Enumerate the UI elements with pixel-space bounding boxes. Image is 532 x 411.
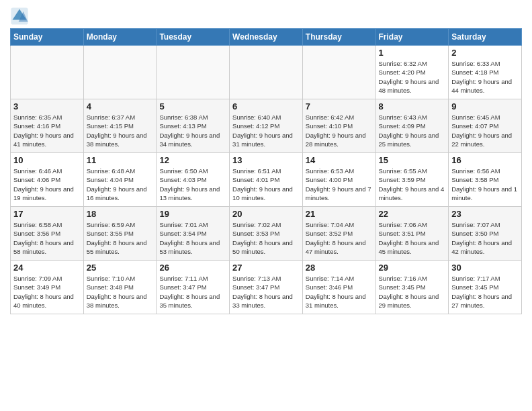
- calendar-cell: 14Sunrise: 6:53 AM Sunset: 4:00 PM Dayli…: [302, 153, 375, 207]
- day-info: Sunrise: 6:43 AM Sunset: 4:09 PM Dayligh…: [379, 113, 446, 148]
- day-number: 8: [379, 101, 446, 111]
- calendar-header-row: SundayMondayTuesdayWednesdayThursdayFrid…: [11, 29, 522, 46]
- calendar-cell: 25Sunrise: 7:10 AM Sunset: 3:48 PM Dayli…: [83, 261, 157, 314]
- calendar-cell: 15Sunrise: 6:55 AM Sunset: 3:59 PM Dayli…: [375, 153, 449, 207]
- calendar-cell: 1Sunrise: 6:32 AM Sunset: 4:20 PM Daylig…: [375, 46, 449, 99]
- calendar-cell: 7Sunrise: 6:42 AM Sunset: 4:10 PM Daylig…: [302, 99, 375, 153]
- day-info: Sunrise: 7:02 AM Sunset: 3:53 PM Dayligh…: [232, 220, 300, 256]
- calendar-cell: 12Sunrise: 6:50 AM Sunset: 4:03 PM Dayli…: [157, 153, 230, 207]
- day-info: Sunrise: 7:10 AM Sunset: 3:48 PM Dayligh…: [87, 274, 154, 310]
- day-info: Sunrise: 6:58 AM Sunset: 3:56 PM Dayligh…: [13, 220, 81, 256]
- day-number: 14: [306, 155, 373, 165]
- day-number: 22: [379, 209, 446, 219]
- day-info: Sunrise: 6:35 AM Sunset: 4:16 PM Dayligh…: [13, 113, 81, 148]
- col-header-saturday: Saturday: [449, 29, 522, 46]
- calendar-cell: 30Sunrise: 7:17 AM Sunset: 3:45 PM Dayli…: [449, 261, 522, 314]
- day-number: 3: [13, 101, 81, 111]
- calendar-cell: 16Sunrise: 6:56 AM Sunset: 3:58 PM Dayli…: [449, 153, 522, 207]
- calendar-cell: 8Sunrise: 6:43 AM Sunset: 4:09 PM Daylig…: [375, 99, 449, 153]
- calendar-week-1: 1Sunrise: 6:32 AM Sunset: 4:20 PM Daylig…: [11, 46, 522, 99]
- day-info: Sunrise: 7:17 AM Sunset: 3:45 PM Dayligh…: [451, 274, 519, 310]
- calendar-cell: 19Sunrise: 7:01 AM Sunset: 3:54 PM Dayli…: [157, 207, 230, 261]
- calendar-table: SundayMondayTuesdayWednesdayThursdayFrid…: [10, 28, 522, 314]
- day-info: Sunrise: 6:56 AM Sunset: 3:58 PM Dayligh…: [451, 167, 519, 202]
- calendar-cell: 2Sunrise: 6:33 AM Sunset: 4:18 PM Daylig…: [449, 46, 522, 99]
- day-info: Sunrise: 7:16 AM Sunset: 3:45 PM Dayligh…: [379, 274, 446, 310]
- col-header-wednesday: Wednesday: [230, 29, 303, 46]
- day-number: 20: [232, 209, 300, 219]
- calendar-cell: [157, 46, 230, 99]
- day-info: Sunrise: 6:51 AM Sunset: 4:01 PM Dayligh…: [232, 167, 300, 202]
- day-info: Sunrise: 6:33 AM Sunset: 4:18 PM Dayligh…: [451, 59, 519, 95]
- day-info: Sunrise: 7:01 AM Sunset: 3:54 PM Dayligh…: [159, 220, 226, 256]
- calendar-cell: [83, 46, 157, 99]
- calendar-week-2: 3Sunrise: 6:35 AM Sunset: 4:16 PM Daylig…: [11, 99, 522, 153]
- day-info: Sunrise: 6:40 AM Sunset: 4:12 PM Dayligh…: [232, 113, 300, 148]
- day-number: 12: [159, 155, 226, 165]
- calendar-cell: 23Sunrise: 7:07 AM Sunset: 3:50 PM Dayli…: [449, 207, 522, 261]
- day-number: 13: [232, 155, 300, 165]
- calendar-week-4: 17Sunrise: 6:58 AM Sunset: 3:56 PM Dayli…: [11, 207, 522, 261]
- day-info: Sunrise: 6:59 AM Sunset: 3:55 PM Dayligh…: [87, 220, 154, 256]
- header: [10, 7, 522, 26]
- calendar-cell: 20Sunrise: 7:02 AM Sunset: 3:53 PM Dayli…: [230, 207, 303, 261]
- col-header-friday: Friday: [375, 29, 449, 46]
- calendar-cell: 13Sunrise: 6:51 AM Sunset: 4:01 PM Dayli…: [230, 153, 303, 207]
- calendar-cell: 29Sunrise: 7:16 AM Sunset: 3:45 PM Dayli…: [375, 261, 449, 314]
- calendar-cell: 6Sunrise: 6:40 AM Sunset: 4:12 PM Daylig…: [230, 99, 303, 153]
- day-number: 19: [159, 209, 226, 219]
- day-number: 17: [13, 209, 81, 219]
- calendar-cell: 22Sunrise: 7:06 AM Sunset: 3:51 PM Dayli…: [375, 207, 449, 261]
- day-info: Sunrise: 7:13 AM Sunset: 3:47 PM Dayligh…: [232, 274, 300, 310]
- day-info: Sunrise: 6:48 AM Sunset: 4:04 PM Dayligh…: [87, 167, 154, 202]
- calendar-cell: 4Sunrise: 6:37 AM Sunset: 4:15 PM Daylig…: [83, 99, 157, 153]
- day-number: 1: [379, 48, 446, 58]
- day-info: Sunrise: 6:45 AM Sunset: 4:07 PM Dayligh…: [451, 113, 519, 148]
- calendar-cell: [230, 46, 303, 99]
- day-number: 5: [159, 101, 226, 111]
- day-info: Sunrise: 6:46 AM Sunset: 4:06 PM Dayligh…: [13, 167, 81, 202]
- day-info: Sunrise: 6:50 AM Sunset: 4:03 PM Dayligh…: [159, 167, 226, 202]
- calendar-cell: 3Sunrise: 6:35 AM Sunset: 4:16 PM Daylig…: [11, 99, 84, 153]
- calendar-cell: 26Sunrise: 7:11 AM Sunset: 3:47 PM Dayli…: [157, 261, 230, 314]
- day-number: 30: [451, 263, 519, 273]
- day-info: Sunrise: 7:14 AM Sunset: 3:46 PM Dayligh…: [306, 274, 373, 310]
- day-number: 23: [451, 209, 519, 219]
- calendar-cell: [302, 46, 375, 99]
- calendar-cell: 24Sunrise: 7:09 AM Sunset: 3:49 PM Dayli…: [11, 261, 84, 314]
- day-info: Sunrise: 6:42 AM Sunset: 4:10 PM Dayligh…: [306, 113, 373, 148]
- logo-icon: [10, 7, 29, 26]
- calendar-cell: 27Sunrise: 7:13 AM Sunset: 3:47 PM Dayli…: [230, 261, 303, 314]
- calendar-cell: 9Sunrise: 6:45 AM Sunset: 4:07 PM Daylig…: [449, 99, 522, 153]
- calendar-week-5: 24Sunrise: 7:09 AM Sunset: 3:49 PM Dayli…: [11, 261, 522, 314]
- col-header-sunday: Sunday: [11, 29, 84, 46]
- day-number: 2: [451, 48, 519, 58]
- day-info: Sunrise: 7:09 AM Sunset: 3:49 PM Dayligh…: [13, 274, 81, 310]
- calendar-week-3: 10Sunrise: 6:46 AM Sunset: 4:06 PM Dayli…: [11, 153, 522, 207]
- day-info: Sunrise: 6:53 AM Sunset: 4:00 PM Dayligh…: [306, 167, 373, 202]
- calendar-cell: 5Sunrise: 6:38 AM Sunset: 4:13 PM Daylig…: [157, 99, 230, 153]
- calendar-cell: 18Sunrise: 6:59 AM Sunset: 3:55 PM Dayli…: [83, 207, 157, 261]
- day-number: 29: [379, 263, 446, 273]
- day-info: Sunrise: 7:07 AM Sunset: 3:50 PM Dayligh…: [451, 220, 519, 256]
- day-info: Sunrise: 6:38 AM Sunset: 4:13 PM Dayligh…: [159, 113, 226, 148]
- calendar-cell: 17Sunrise: 6:58 AM Sunset: 3:56 PM Dayli…: [11, 207, 84, 261]
- day-number: 24: [13, 263, 81, 273]
- col-header-tuesday: Tuesday: [157, 29, 230, 46]
- calendar-cell: 28Sunrise: 7:14 AM Sunset: 3:46 PM Dayli…: [302, 261, 375, 314]
- day-number: 7: [306, 101, 373, 111]
- day-number: 4: [87, 101, 154, 111]
- day-number: 10: [13, 155, 81, 165]
- day-info: Sunrise: 7:11 AM Sunset: 3:47 PM Dayligh…: [159, 274, 226, 310]
- calendar-cell: 21Sunrise: 7:04 AM Sunset: 3:52 PM Dayli…: [302, 207, 375, 261]
- day-number: 6: [232, 101, 300, 111]
- day-info: Sunrise: 6:32 AM Sunset: 4:20 PM Dayligh…: [379, 59, 446, 95]
- calendar-cell: [11, 46, 84, 99]
- day-number: 26: [159, 263, 226, 273]
- day-number: 16: [451, 155, 519, 165]
- calendar-cell: 10Sunrise: 6:46 AM Sunset: 4:06 PM Dayli…: [11, 153, 84, 207]
- day-info: Sunrise: 7:04 AM Sunset: 3:52 PM Dayligh…: [306, 220, 373, 256]
- day-number: 15: [379, 155, 446, 165]
- main-container: SundayMondayTuesdayWednesdayThursdayFrid…: [0, 0, 532, 320]
- day-number: 18: [87, 209, 154, 219]
